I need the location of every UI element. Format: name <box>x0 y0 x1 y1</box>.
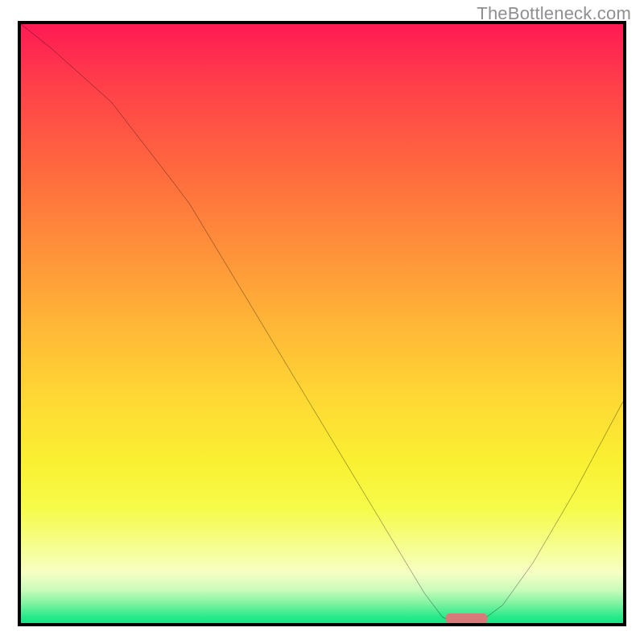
plot-frame <box>18 21 626 626</box>
svg-rect-0 <box>445 613 487 623</box>
chart-container: TheBottleneck.com <box>0 0 644 644</box>
optimal-range-marker <box>21 24 623 623</box>
